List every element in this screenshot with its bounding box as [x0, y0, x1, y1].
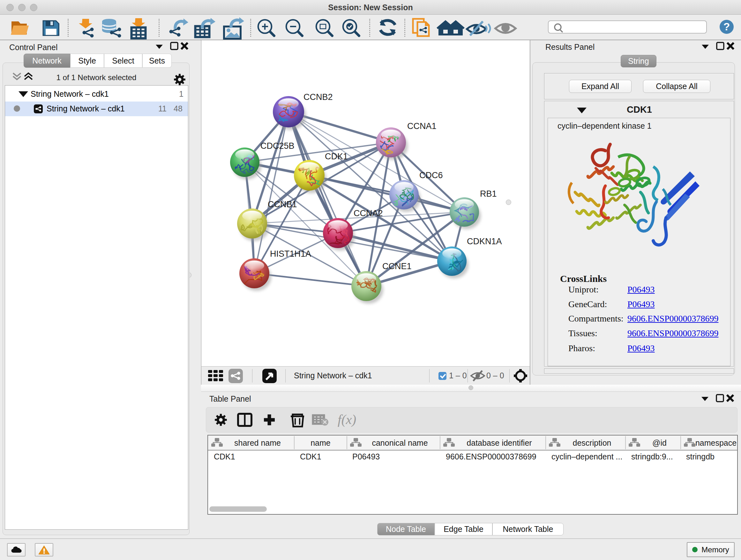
svg-text:f(x): f(x) — [338, 412, 356, 427]
svg-text:CCNB1: CCNB1 — [268, 199, 297, 209]
svg-text:CDC6: CDC6 — [419, 171, 443, 180]
svg-text:HIST1H1A: HIST1H1A — [270, 249, 311, 259]
svg-text:RB1: RB1 — [480, 189, 497, 199]
svg-text:CDC25B: CDC25B — [260, 141, 294, 151]
svg-text:CDKN1A: CDKN1A — [467, 237, 502, 246]
svg-text:CCNA2: CCNA2 — [354, 208, 383, 218]
svg-text:CDK1: CDK1 — [325, 152, 348, 161]
svg-text:CCNA1: CCNA1 — [407, 121, 436, 131]
svg-text:CCNB2: CCNB2 — [304, 92, 333, 102]
svg-text:CCNE1: CCNE1 — [382, 261, 412, 271]
